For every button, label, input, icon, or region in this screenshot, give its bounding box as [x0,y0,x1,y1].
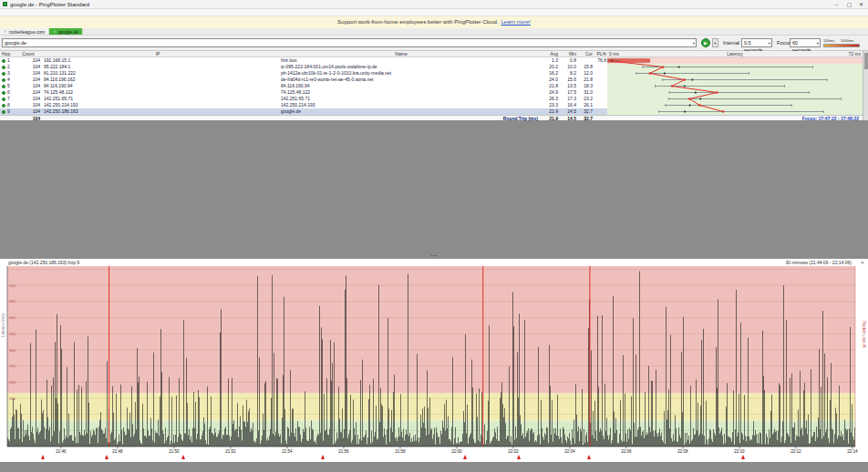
count-cell: 104 [15,57,40,64]
name-cell: ph-1412a-ubr10k-01-te-1-2-0-1010.kra.uni… [281,70,391,77]
maximize-icon[interactable]: ▢ [843,0,855,9]
hop-status-icon [2,91,5,95]
tab-bar: ✓rocketleague.com✓google.de [0,28,868,36]
svg-text:250: 250 [9,364,16,368]
x-tick-label: 22:00 [445,448,469,455]
round-trip-row[interactable]: 104 Round Trip (ms) 21.9 14.5 32.7 Focus… [0,115,863,120]
trace-scrollbar-thumb[interactable] [864,53,868,69]
trace-row-hop4[interactable]: 410484.116.196.162de-fra04d-rc1-re0-wort… [0,77,607,83]
svg-text:150: 150 [9,396,16,401]
x-tick-label: 21:50 [162,448,186,455]
target-value: google.de [5,40,26,46]
count-cell: 104 [15,96,40,102]
hop-number: 6 [7,89,10,96]
cur-cell: 18.3 [573,83,593,89]
tab-rocketleague-com[interactable]: ✓rocketleague.com [0,28,49,35]
hop-status-icon [2,59,5,63]
count-cell: 104 [15,70,40,77]
trace-row-hop6[interactable]: 610474.125.48.12274.125.48.12224.917.531… [0,89,607,96]
x-tick-label: 22:08 [671,448,695,455]
latency-max-label: 72 ms [837,51,861,57]
tab-label: google.de [58,29,78,35]
tab-google-de[interactable]: ✓google.de [49,28,83,35]
minimize-icon[interactable]: – [831,0,842,9]
cur-cell: 15.8 [573,64,593,70]
interval-label: Interval [723,40,739,46]
packet-loss-marker-icon [741,455,745,459]
timeline-plot[interactable]: 500450400350300250200150 [0,266,868,450]
ip-cell: 192.168.15.1 [44,57,70,64]
x-tick-label: 22:04 [558,448,582,455]
trace-row-hop2[interactable]: 210495.222.184.1ip-095-222-184-001.um14.… [0,64,607,70]
hop-status-icon [2,78,5,82]
hop-status-icon [2,85,5,88]
trace-table: Hop Count IP Name Avg Min Cur PL% 0 ms L… [0,51,863,120]
count-cell: 104 [15,102,40,108]
x-tick-label: 21:56 [332,448,356,455]
col-name[interactable]: Name [274,51,529,57]
packet-loss-marker-icon [181,455,185,459]
x-tick-label: 22:12 [784,448,808,455]
x-tick-label: 22:06 [615,448,638,455]
round-trip-count: 104 [15,116,40,121]
tab-label: rocketleague.com [9,29,45,35]
col-ip[interactable]: IP [44,51,272,57]
target-caret-icon[interactable]: ▾ [693,39,695,47]
col-pl[interactable]: PL% [589,51,606,57]
toolbar: google.de ▾ ▶ ▾ Interval 0.5 seconds ▾ F… [0,36,868,51]
window-title: google.de - PingPlotter Standard [10,0,89,9]
hop-status-icon [2,66,5,69]
hop-number: 4 [7,77,10,83]
timeline-close-icon[interactable]: ✕ [861,260,864,265]
trace-row-hop5[interactable]: 510484.116.190.9484.116.190.9421.813.518… [0,83,607,89]
col-count[interactable]: Count [15,51,42,57]
x-tick-label: 22:10 [728,448,751,455]
name-cell: 142.250.214.193 [281,102,315,108]
name-cell: 142.251.65.71 [281,96,310,102]
tab-status-icon: ✓ [53,29,57,34]
count-cell: 104 [15,89,40,96]
timeline-title: google.de (142.250.186.163) hop 9 [8,260,79,265]
col-hop[interactable]: Hop [2,51,10,57]
hop-number: 2 [7,64,10,70]
trace-options-caret-icon[interactable]: ▾ [712,38,718,47]
latency-graph[interactable] [607,57,863,115]
cur-cell: 21.8 [573,77,593,83]
trace-row-hop3[interactable]: 310481.210.131.222ph-1412a-ubr10k-01-te-… [0,70,607,77]
hop-status-icon [2,97,5,101]
close-icon[interactable]: ✕ [855,0,867,9]
learn-more-link[interactable]: Learn more! [501,19,531,25]
trace-row-hop9[interactable]: 9104142.250.186.163google.de21.914.532.7 [0,108,607,115]
trace-row-hop7[interactable]: 7104142.251.65.71142.251.65.7126.317.323… [0,96,607,102]
name-cell: fritz.box [281,57,297,64]
pane-splitter[interactable]: • • • [0,252,868,259]
hop-number: 1 [7,57,10,64]
svg-text:200: 200 [9,380,16,385]
svg-text:350: 350 [9,332,16,336]
latency-scale-slider[interactable] [823,44,860,47]
focus-caret-icon[interactable]: ▾ [817,39,819,47]
hop-status-icon [2,110,5,114]
interval-caret-icon[interactable]: ▾ [769,39,770,47]
banner-text: Support work-from-home employees better … [337,19,498,25]
ip-cell: 84.116.190.94 [44,83,73,89]
trace-table-header: Hop Count IP Name Avg Min Cur PL% 0 ms L… [0,51,863,57]
col-latency[interactable]: Latency [607,51,863,57]
cur-cell: 32.7 [573,108,593,115]
app-icon [3,2,7,6]
name-cell: google.de [281,108,301,115]
pl-cell: 76.8 [589,57,606,64]
min-cell: 0.8 [553,57,576,64]
start-trace-button[interactable]: ▶ [701,38,710,47]
focus-select[interactable]: 60 seconds ▾ [790,38,821,47]
trace-row-hop8[interactable]: 8104142.250.214.193142.250.214.19323.316… [0,102,607,108]
target-input[interactable]: google.de ▾ [2,38,697,47]
trace-scrollbar[interactable] [863,51,868,120]
title-bar: google.de - PingPlotter Standard – ▢ ✕ [0,0,868,9]
trace-row-hop1[interactable]: 1104192.168.15.1fritz.box1.30.876.8 [0,57,607,64]
packet-loss-marker-icon [517,455,521,459]
scale-high-label: 1000ms [841,38,853,43]
svg-text:500: 500 [9,283,16,288]
hop-number: 7 [7,96,10,102]
interval-select[interactable]: 0.5 seconds ▾ [741,38,772,47]
